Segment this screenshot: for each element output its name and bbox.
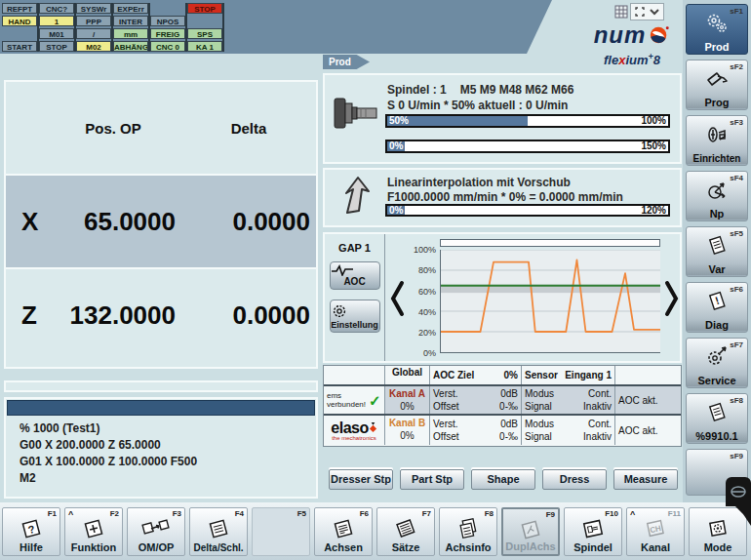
kanal-a-value: 0% (400, 401, 414, 412)
softkey-sidebar: sF1 Prod sF2 Prog sF3 Einrichten sF4 Np … (683, 0, 751, 560)
program-line: M2 (20, 470, 316, 487)
signal-label: Signal (525, 400, 552, 413)
fkey-kanal[interactable]: ^ F11 CH Kanal (626, 507, 685, 556)
fkey-achsen[interactable]: F6 Achsen (314, 507, 373, 556)
gear-icon (331, 302, 379, 320)
offset-value: 0-‰ (499, 430, 518, 443)
part-stp-button[interactable]: Part Stp (400, 469, 464, 490)
measure-button[interactable]: Measure (613, 469, 678, 490)
delta-header: Delta (181, 120, 316, 137)
fkey-delta-schl[interactable]: F4 Delta/Schl. (189, 507, 248, 556)
sidebar-item-einrichten[interactable]: sF3 Einrichten (686, 115, 748, 166)
elaso-logo: elaso the mechatronics (324, 416, 384, 445)
signal-value: Inaktiv (583, 400, 612, 413)
sidebar-item-prod[interactable]: sF1 Prod (686, 4, 748, 55)
status-cell: STOP (39, 41, 74, 52)
axis-delta-value: 0.0000 (181, 207, 316, 237)
fkey-funktion[interactable]: ^ F2 Funktion (64, 507, 123, 556)
dress-button[interactable]: Dress (542, 469, 607, 490)
kanal-a-row: emsverbunden! ✓ Kanal A0% Verst.0dB Offs… (324, 386, 681, 416)
chart-scroll-right-button[interactable] (664, 277, 680, 320)
status-cell (2, 28, 37, 39)
elaso-tagline: the mechatronics (332, 435, 376, 441)
dupl-axis-icon (503, 517, 558, 542)
shape-button[interactable]: Shape (471, 469, 535, 490)
document-icon (687, 400, 747, 425)
expand-icon[interactable] (634, 6, 646, 18)
spindle-speed-line: S 0 U/min * 50% aktuell : 0 U/min (387, 99, 568, 112)
blocks-doc-icon (377, 516, 434, 541)
sidebar-item-var[interactable]: sF5 Var (686, 226, 748, 277)
chart-scroll-left-button[interactable] (389, 277, 405, 320)
program-line: G01 X 100.0000 Z 100.0000 F500 (20, 454, 316, 470)
sidebar-item-np[interactable]: sF4 Np (686, 171, 748, 221)
aoc-button[interactable]: AOC (330, 261, 380, 290)
function-key-row: F1 ? Hilfe ^ F2 Funktion F3 OM/OP F4 Del… (0, 502, 751, 560)
fkey-achsinfo[interactable]: F8 Achsinfo (439, 507, 497, 556)
axis-row-z: Z 132.0000 0.0000 (6, 267, 316, 361)
verst-label: Verst. (433, 418, 458, 430)
fkey-omop[interactable]: F3 OM/OP (127, 507, 185, 556)
y-tick-label: 80% (411, 265, 436, 275)
spindle-panel: Spindel : 1M5 M9 M48 M62 M66 S 0 U/min *… (323, 73, 682, 164)
fkey-f5-empty[interactable]: F5 (252, 507, 310, 556)
fkey-mode[interactable]: Mode (689, 507, 747, 556)
wheel-icon (731, 486, 746, 498)
screen-flip-handle[interactable] (726, 477, 751, 506)
kanal-b-row: elaso the mechatronics Kanal B0% Verst.0… (324, 416, 681, 445)
status-cell: CNC 0 (150, 41, 185, 52)
fkey-duplachs[interactable]: F9 DuplAchs (501, 507, 560, 556)
status-cell: REFPT (2, 3, 37, 14)
sensor-label: Sensor (525, 370, 558, 380)
gap-aoc-panel: GAP 1 AOC Einstellung 100% 80% 60% 40% 2… (323, 232, 682, 363)
axis-letter: Z (6, 300, 45, 331)
axis-row-x: X 65.0000 0.0000 (6, 174, 316, 267)
sidebar-item-diag[interactable]: sF6 ! Diag (686, 282, 748, 333)
bar-right-label: 120% (641, 206, 666, 216)
aoc-ziel-label: AOC Ziel (433, 370, 474, 380)
bar-right-label: 100% (641, 116, 666, 126)
gap-label: GAP 1 (325, 242, 384, 254)
dresser-stp-button[interactable]: Dresser Stp (329, 469, 393, 490)
status-cell: INTER (113, 16, 148, 26)
num-logo-text: num (594, 23, 647, 47)
aoc-active-cell: AOC akt. (614, 386, 679, 414)
gears-icon (687, 11, 747, 36)
chevron-down-icon[interactable] (649, 7, 660, 17)
global-header: Global (384, 366, 429, 384)
kanal-b-label: Kanal B (389, 418, 425, 428)
verst-value: 0dB (500, 418, 518, 430)
gap-signal-chart (440, 250, 660, 353)
axis-position-value: 65.0000 (45, 207, 181, 237)
aoc-ziel-value: 0% (504, 370, 518, 380)
feed-title: Linearinterpolation mit Vorschub (387, 176, 571, 189)
spindle-override-bar: 50% 100% (385, 114, 670, 128)
om-op-icon (128, 516, 184, 541)
ems-connection-cell: emsverbunden! ✓ (324, 386, 384, 414)
status-cell: / (76, 28, 111, 39)
axisinfo-doc-icon (440, 516, 496, 541)
sidebar-item-9910[interactable]: sF8 %9910.1 (686, 393, 748, 444)
feed-arrow-icon (338, 176, 372, 215)
fkey-spindel[interactable]: F10 Spindel (564, 507, 622, 556)
spindle-chuck-icon (333, 93, 381, 134)
status-cell: SYSWr (76, 3, 111, 14)
elaso-diamond-icon (369, 420, 377, 436)
einstellung-button[interactable]: Einstellung (330, 300, 380, 333)
offset-label: Offset (433, 400, 459, 413)
sidebar-item-prog[interactable]: sF2 Prog (686, 60, 748, 110)
status-cell: FREIG (150, 28, 185, 39)
fkey-hilfe[interactable]: F1 ? Hilfe (2, 507, 60, 556)
status-cell: ABHÄNG (113, 41, 148, 52)
bar-left-label: 50% (387, 116, 411, 126)
num-logo: num (583, 21, 681, 49)
grid-icon[interactable] (614, 5, 628, 19)
feed-panel: Linearinterpolation mit Vorschub F1000.0… (323, 168, 682, 227)
mode-gear-icon (690, 516, 746, 541)
fkey-saetze[interactable]: F7 Sätze (376, 507, 435, 556)
document-icon (687, 233, 747, 259)
modus-value: Cont. (588, 387, 612, 400)
status-cell: EXPErr (113, 3, 148, 14)
sidebar-item-service[interactable]: sF7 Service (686, 338, 748, 388)
axes-doc-icon (315, 516, 372, 541)
